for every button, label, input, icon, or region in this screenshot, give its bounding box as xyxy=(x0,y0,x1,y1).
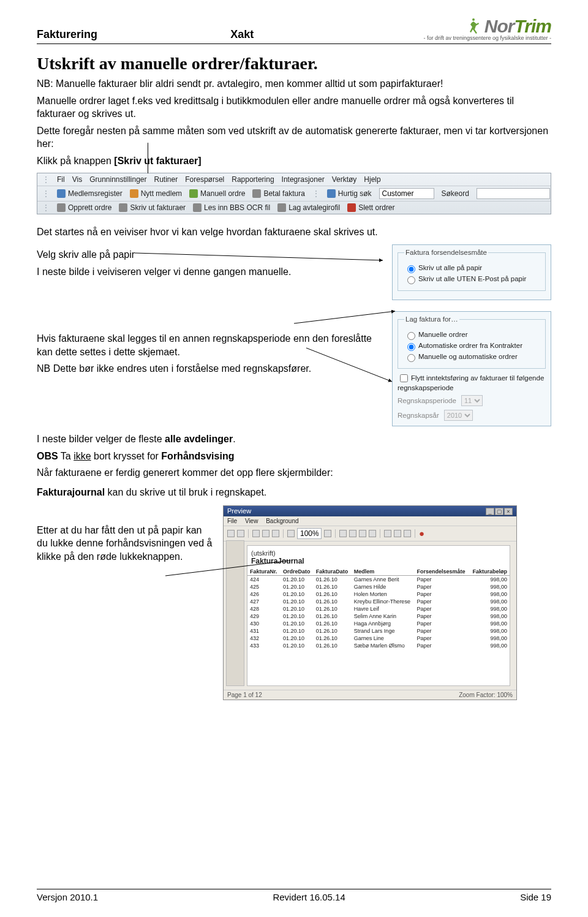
search-icon xyxy=(327,189,336,198)
paragraph-4: Klikk på knappen [Skriv ut fakturaer] xyxy=(37,154,551,168)
close-icon[interactable]: × xyxy=(504,508,513,515)
btn-slett-ordrer[interactable]: Slett ordrer xyxy=(347,203,394,212)
menu-bar: ⋮ Fil Vis Grunninnstillinger Rutiner For… xyxy=(37,173,551,186)
maximize-icon[interactable]: ▢ xyxy=(495,508,503,515)
radio-skriv-uten-epost[interactable]: Skriv ut alle UTEN E-Post på papir xyxy=(404,274,540,284)
report-table: FakturaNr.OrdreDatoFakturaDatoMedlemFors… xyxy=(247,568,510,649)
table-header: Fakturabeløp xyxy=(469,568,510,576)
tool-icon[interactable] xyxy=(272,530,279,537)
menu-vis[interactable]: Vis xyxy=(72,175,82,184)
menu-integrasjoner[interactable]: Integrasjoner xyxy=(282,175,325,184)
menu-hjelp[interactable]: Hjelp xyxy=(364,175,380,184)
page-title: Utskrift av manuelle ordrer/fakturaer. xyxy=(37,54,551,74)
menu-verktoy[interactable]: Verktøy xyxy=(332,175,357,184)
btn-nytt-medlem[interactable]: Nytt medlem xyxy=(130,189,182,198)
runner-icon xyxy=(468,17,481,36)
table-row: 42801.20.1001.26.10Havre LeifPaper998,00 xyxy=(247,605,510,613)
btn-betal-faktura[interactable]: Betal faktura xyxy=(252,189,304,198)
new-order-icon xyxy=(57,203,66,212)
sokeord-label: Søkeord xyxy=(442,189,469,198)
panel1-legend: Faktura forsendelsesmåte xyxy=(404,249,488,256)
table-header: Medlem xyxy=(352,568,415,576)
close-preview-button[interactable]: ● xyxy=(419,528,424,538)
tool-icon[interactable] xyxy=(237,530,244,537)
radio-manuelle-og-automatiske[interactable]: Manuelle og automatiske ordrer xyxy=(404,352,540,362)
delete-icon xyxy=(347,203,356,212)
window-buttons: _▢× xyxy=(485,507,513,515)
table-row: 42601.20.1001.26.10Holen MortenPaper998,… xyxy=(247,591,510,598)
nav-prev-icon[interactable] xyxy=(349,530,356,537)
import-icon xyxy=(193,203,202,212)
btn-opprett-ordre[interactable]: Opprett ordre xyxy=(57,203,111,212)
hurtig-sok-input[interactable] xyxy=(379,188,434,199)
pay-icon xyxy=(252,189,261,198)
zoom-out-icon[interactable] xyxy=(287,530,295,537)
chk-flytt-inntektsforing[interactable]: Flytt inntektsføring av fakturaer til fø… xyxy=(398,372,546,391)
panel2-legend: Lag faktura for… xyxy=(404,315,459,323)
people-icon xyxy=(57,189,66,198)
sokeord-input[interactable] xyxy=(477,188,550,199)
tool-icon[interactable] xyxy=(227,530,235,537)
menu-rutiner[interactable]: Rutiner xyxy=(154,175,178,184)
menu-grunninnstillinger[interactable]: Grunninnstillinger xyxy=(89,175,146,184)
menu-background[interactable]: Background xyxy=(266,518,298,524)
footer-center: Revidert 16.05.14 xyxy=(273,892,345,902)
paragraph-2: Manuelle ordrer laget f.eks ved kreditts… xyxy=(37,94,551,121)
menu-file[interactable]: File xyxy=(227,518,237,524)
panel-lag-faktura-for: Lag faktura for… Manuelle ordrer Automat… xyxy=(392,311,551,426)
radio-skriv-alle-papir[interactable]: Skriv ut alle på papir xyxy=(404,263,540,273)
paragraph-7: I neste bilde i veiviseren velger vi den… xyxy=(37,265,383,279)
menu-fil[interactable]: Fil xyxy=(57,175,65,184)
menu-foresporsel[interactable]: Forespørsel xyxy=(185,175,224,184)
nav-next-icon[interactable] xyxy=(359,530,366,537)
tool-icon[interactable] xyxy=(404,530,411,537)
nav-last-icon[interactable] xyxy=(369,530,376,537)
table-row: 42401.20.1001.26.10Garnes Anne BeritPape… xyxy=(247,575,510,583)
header-left: Fakturering xyxy=(37,28,97,41)
app-toolbar-screenshot: ⋮ Fil Vis Grunninnstillinger Rutiner For… xyxy=(37,173,551,214)
paragraph-13: Fakturajournal kan du skrive ut til bruk… xyxy=(37,486,551,499)
logo-prefix: Nor xyxy=(484,16,514,36)
zoom-in-icon[interactable] xyxy=(324,530,331,537)
radio-manuelle-ordrer[interactable]: Manuelle ordrer xyxy=(404,330,540,340)
report-page: (utskrift) FakturaJournal FakturaNr.Ordr… xyxy=(247,545,510,686)
btn-manuell-ordre[interactable]: Manuell ordre xyxy=(189,189,245,198)
preview-menu: File View Background xyxy=(224,516,516,526)
pointer-line-icon xyxy=(148,143,148,173)
paragraph-12: Når fakturaene er ferdig generert kommer… xyxy=(37,466,551,480)
paragraph-8: Hvis fakturaene skal legges til en annen… xyxy=(37,332,383,358)
radio-automatiske-ordrer[interactable]: Automatiske ordrer fra Kontrakter xyxy=(404,341,540,351)
logo-suffix: Trim xyxy=(514,16,551,36)
regnskapsperiode-select: 11 xyxy=(461,395,483,406)
table-row: 43001.20.1001.26.10Haga AnnbjørgPaper998… xyxy=(247,620,510,627)
tool-icon[interactable] xyxy=(262,530,270,537)
tool-icon[interactable] xyxy=(384,530,391,537)
toolbar-row-2: ⋮ Medlemsregister Nytt medlem Manuell or… xyxy=(37,186,551,202)
btn-medlemsregister[interactable]: Medlemsregister xyxy=(57,189,123,198)
menu-view[interactable]: View xyxy=(245,518,258,524)
nav-first-icon[interactable] xyxy=(339,530,347,537)
zoom-input[interactable] xyxy=(297,528,322,539)
btn-lag-avtalegirofil[interactable]: Lag avtalegirofil xyxy=(277,203,340,212)
paragraph-1: NB: Manuelle fakturaer blir aldri sendt … xyxy=(37,77,551,91)
preview-toolbar: ● xyxy=(224,526,516,542)
paragraph-3: Dette foregår nesten på samme måten som … xyxy=(37,124,551,151)
toolbar-row-3: ⋮ Opprett ordre Skriv ut fakturaer Les i… xyxy=(37,202,551,214)
btn-les-inn-ocr[interactable]: Les inn BBS OCR fil xyxy=(193,203,270,212)
thumbnail-pane xyxy=(226,540,244,686)
table-row: 42901.20.1001.26.10Selim Anne KarinPaper… xyxy=(247,613,510,620)
tool-icon[interactable] xyxy=(252,530,260,537)
minimize-icon[interactable]: _ xyxy=(486,508,494,515)
table-header: FakturaNr. xyxy=(247,568,281,576)
table-row: 42501.20.1001.26.10Garnes HildePaper998,… xyxy=(247,583,510,591)
menu-rapportering[interactable]: Rapportering xyxy=(232,175,274,184)
logo-tagline: - for drift av treningssentere og fysika… xyxy=(423,36,551,41)
preview-status: Page 1 of 12 Zoom Factor: 100% xyxy=(224,690,516,700)
regnskapsperiode-label: Regnskapsperiode xyxy=(398,397,456,404)
paragraph-5: Det startes nå en veiviser hvor vi kan v… xyxy=(37,225,551,239)
btn-skriv-ut-fakturaer[interactable]: Skriv ut fakturaer xyxy=(119,203,186,212)
tool-icon[interactable] xyxy=(394,530,401,537)
paragraph-14: Etter at du har fått den ut på papir kan… xyxy=(37,524,214,564)
footer-left: Versjon 2010.1 xyxy=(37,892,98,902)
footer-right: Side 19 xyxy=(520,892,551,902)
